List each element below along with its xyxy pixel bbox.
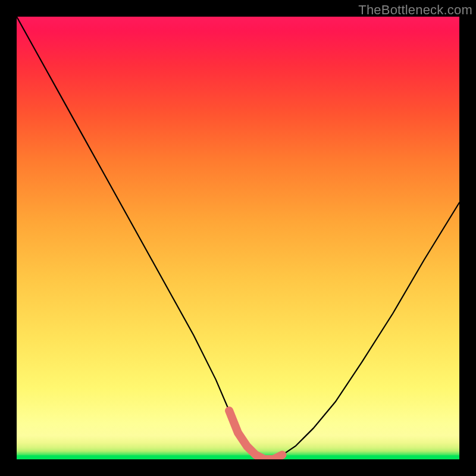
watermark-text: TheBottleneck.com xyxy=(358,2,472,18)
highlight-segment xyxy=(229,411,282,459)
chart-frame: TheBottleneck.com xyxy=(0,0,476,476)
bottleneck-curve xyxy=(17,17,459,459)
plot-area xyxy=(17,17,459,459)
curve-layer xyxy=(17,17,459,459)
